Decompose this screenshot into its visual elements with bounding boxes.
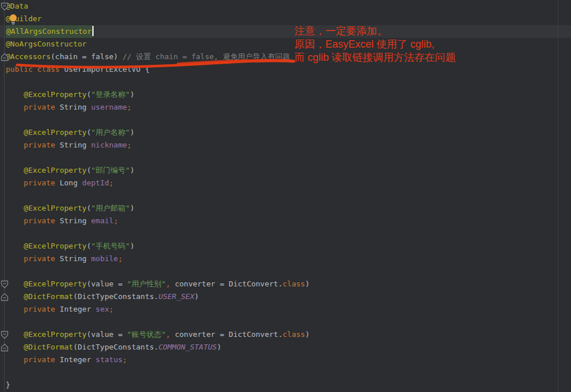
code-token: private: [24, 141, 55, 149]
code-token: ): [217, 343, 222, 351]
code-token: UserImportExcelVO {: [60, 65, 150, 73]
code-line[interactable]: @AllArgsConstructor: [0, 25, 571, 38]
code-token: mobile: [91, 254, 118, 263]
code-line[interactable]: [0, 152, 571, 164]
code-line[interactable]: [0, 189, 571, 202]
code-token: email: [91, 216, 114, 225]
code-token: (: [87, 90, 91, 99]
code-token: converter = DictConvert.: [170, 330, 283, 339]
code-line[interactable]: private Long deptId;: [0, 177, 571, 189]
code-token: ): [195, 292, 199, 301]
code-token: (chain = false): [51, 52, 122, 61]
code-token: (: [87, 166, 91, 174]
code-token: ): [130, 166, 134, 174]
code-line[interactable]: @Data: [0, 0, 571, 13]
code-token: ): [305, 280, 310, 288]
code-token: ): [130, 204, 134, 212]
code-token: @DictFormat: [24, 343, 73, 351]
code-token: "登录名称": [91, 90, 130, 99]
code-line[interactable]: }: [0, 379, 571, 391]
code-line[interactable]: private String email;: [0, 215, 571, 227]
code-line[interactable]: [0, 316, 571, 328]
code-line[interactable]: [0, 227, 571, 240]
intention-bulb-icon[interactable]: [9, 14, 18, 25]
code-line[interactable]: @Accessors(chain = false) // 设置 chain = …: [0, 51, 571, 63]
code-token: @NoArgsConstructor: [6, 40, 87, 48]
code-token: String: [55, 141, 91, 149]
code-token: @Data: [6, 2, 28, 10]
editor-root[interactable]: @Data@Builder@AllArgsConstructor@NoArgsC…: [0, 0, 571, 392]
note-line: 原因，EasyExcel 使用了 cglib,: [294, 38, 456, 51]
code-token: ;: [109, 305, 114, 313]
code-token: private: [24, 355, 55, 364]
code-token: }: [6, 381, 10, 389]
code-line[interactable]: private String username;: [0, 101, 571, 114]
code-token: [33, 65, 37, 73]
code-line[interactable]: @NoArgsConstructor: [0, 38, 571, 51]
code-token: (DictTypeConstants.: [73, 343, 158, 351]
code-token: ): [130, 90, 134, 99]
fold-start-icon[interactable]: [1, 2, 9, 11]
fold-end-icon[interactable]: [1, 53, 9, 61]
code-token: "用户邮箱": [91, 204, 130, 212]
code-line[interactable]: @ExcelProperty("手机号码"): [0, 240, 571, 253]
code-line[interactable]: @ExcelProperty("登录名称"): [0, 88, 571, 101]
code-line[interactable]: private Integer status;: [0, 354, 571, 366]
code-token: public: [6, 65, 33, 73]
code-token: nickname: [91, 141, 127, 149]
code-token: (value =: [87, 280, 127, 288]
code-line[interactable]: private String mobile;: [0, 253, 571, 265]
code-line[interactable]: @ExcelProperty("用户名称"): [0, 126, 571, 139]
fold-end-icon[interactable]: [1, 343, 9, 352]
code-token: @ExcelProperty: [24, 128, 87, 137]
code-line[interactable]: @DictFormat(DictTypeConstants.COMMON_STA…: [0, 341, 571, 354]
code-line[interactable]: private Integer sex;: [0, 303, 571, 316]
code-line[interactable]: @ExcelProperty("部门编号"): [0, 164, 571, 177]
code-token: "账号状态": [127, 330, 166, 339]
code-token: "用户性别": [127, 280, 166, 288]
fold-start-icon[interactable]: [1, 280, 9, 289]
code-token: deptId: [82, 178, 109, 187]
code-token: @Accessors: [6, 52, 51, 61]
code-line[interactable]: @ExcelProperty(value = "用户性别", converter…: [0, 278, 571, 290]
code-line[interactable]: @Builder: [0, 13, 571, 25]
code-token: @ExcelProperty: [24, 90, 87, 99]
code-line[interactable]: @DictFormat(DictTypeConstants.USER_SEX): [0, 290, 571, 303]
code-token: String: [55, 254, 91, 263]
code-line[interactable]: private String nickname;: [0, 139, 571, 152]
code-token: @ExcelProperty: [24, 166, 87, 174]
code-token: [6, 254, 24, 263]
code-token: status: [96, 355, 123, 364]
right-margin-guide: [558, 0, 558, 392]
code-token: [6, 90, 24, 99]
code-token: [6, 242, 24, 250]
code-token: String: [55, 216, 91, 225]
code-line[interactable]: [0, 76, 571, 88]
code-area[interactable]: @Data@Builder@AllArgsConstructor@NoArgsC…: [0, 0, 571, 391]
code-token: username: [91, 103, 127, 111]
code-token: class: [37, 65, 60, 73]
code-token: COMMON_STATUS: [158, 343, 217, 351]
code-line[interactable]: @ExcelProperty(value = "账号状态", converter…: [0, 328, 571, 341]
code-token: ;: [109, 178, 114, 187]
code-token: "部门编号": [91, 166, 130, 174]
code-line[interactable]: public class UserImportExcelVO {: [0, 63, 571, 76]
code-token: [6, 178, 24, 187]
code-token: @AllArgsConstructor: [6, 25, 92, 38]
code-token: @ExcelProperty: [24, 330, 87, 339]
code-line[interactable]: [0, 366, 571, 379]
code-token: [6, 166, 24, 174]
code-token: (: [87, 242, 91, 250]
code-token: @DictFormat: [24, 292, 73, 301]
fold-end-icon[interactable]: [1, 293, 9, 301]
fold-start-icon[interactable]: [1, 331, 9, 339]
code-token: ;: [127, 103, 131, 111]
note-line: 注意，一定要添加。: [294, 25, 456, 38]
code-token: private: [24, 216, 55, 225]
code-token: ,: [166, 330, 170, 339]
code-line[interactable]: @ExcelProperty("用户邮箱"): [0, 202, 571, 215]
code-line[interactable]: [0, 114, 571, 126]
code-token: (: [87, 204, 91, 212]
code-token: class: [283, 280, 305, 288]
code-line[interactable]: [0, 265, 571, 278]
